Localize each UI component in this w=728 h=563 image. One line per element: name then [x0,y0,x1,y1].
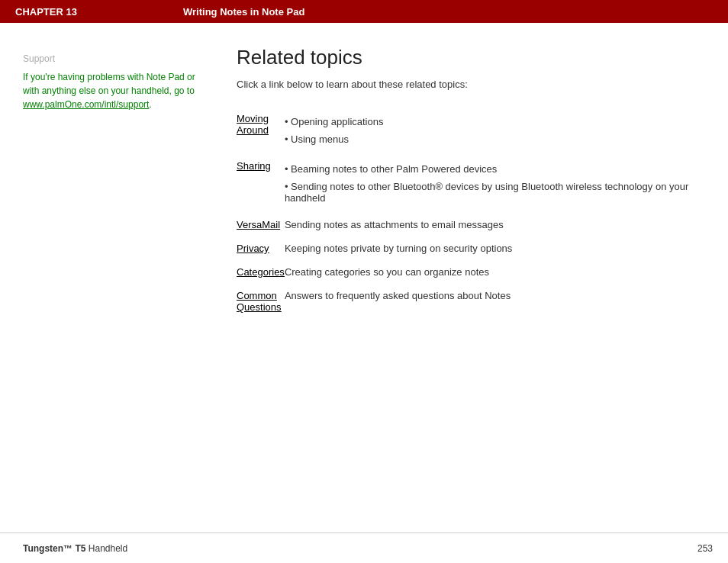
topic-link[interactable]: Sharing [237,156,285,211]
topics-table: MovingAroundOpening applicationsUsing me… [237,108,697,320]
list-item: Opening applications [285,113,697,130]
footer-brand: Tungsten™ T5 Handheld [23,543,127,554]
topic-link-text[interactable]: Sharing [237,160,285,172]
list-item: Beaming notes to other Palm Powered devi… [285,160,697,178]
chapter-label: CHAPTER 13 [15,6,183,18]
topic-description: Sending notes as attachments to email me… [285,214,697,235]
support-label: Support [23,53,206,64]
topic-text: Sending notes as attachments to email me… [285,219,504,230]
support-link-suffix: . [149,99,151,110]
topic-link-text[interactable]: VersaMail [237,219,285,230]
topic-link[interactable]: MovingAround [237,108,285,153]
topic-link-text[interactable]: Moving [237,113,285,124]
footer: Tungsten™ T5 Handheld 253 [0,532,728,563]
topic-text: Keeping notes private by turning on secu… [285,243,512,254]
table-row: CommonQuestionsAnswers to frequently ask… [237,285,697,317]
topic-description: Opening applicationsUsing menus [285,108,697,153]
topic-link-text[interactable]: Categories [237,266,285,278]
footer-page-number: 253 [697,543,713,554]
topic-text: Creating categories so you can organize … [285,266,489,278]
main-content: Support If you're having problems with N… [0,23,728,532]
support-text: If you're having problems with Note Pad … [23,70,206,111]
support-link[interactable]: www.palmOne.com/intl/support [23,99,149,110]
bullet-list: Beaming notes to other Palm Powered devi… [285,160,697,207]
brand-name: Tungsten™ T5 [23,543,85,554]
topic-link-text[interactable]: Common [237,290,285,301]
list-item: Using menus [285,130,697,148]
support-text-body: If you're having problems with Note Pad … [23,72,195,96]
topic-description: Creating categories so you can organize … [285,262,697,282]
brand-suffix: Handheld [89,543,127,554]
spacer-row [237,317,697,320]
topic-description: Keeping notes private by turning on secu… [285,238,697,259]
table-row: VersaMailSending notes as attachments to… [237,214,697,235]
content-area: Related topics Click a link below to lea… [221,38,728,532]
topic-link-text[interactable]: Privacy [237,243,285,254]
chapter-title: Writing Notes in Note Pad [183,6,304,18]
topic-link-text[interactable]: Around [237,124,285,136]
table-row: SharingBeaming notes to other Palm Power… [237,156,697,211]
topic-description: Beaming notes to other Palm Powered devi… [285,156,697,211]
topic-link[interactable]: VersaMail [237,214,285,235]
topic-description: Answers to frequently asked questions ab… [285,285,697,317]
topic-link[interactable]: CommonQuestions [237,285,285,317]
topic-link[interactable]: Privacy [237,238,285,259]
header-bar: CHAPTER 13 Writing Notes in Note Pad [0,0,728,23]
list-item: Sending notes to other Bluetooth® device… [285,178,697,207]
topic-text: Answers to frequently asked questions ab… [285,290,511,301]
table-row: CategoriesCreating categories so you can… [237,262,697,282]
table-row: PrivacyKeeping notes private by turning … [237,238,697,259]
table-row: MovingAroundOpening applicationsUsing me… [237,108,697,153]
intro-text: Click a link below to learn about these … [237,79,697,90]
sidebar: Support If you're having problems with N… [0,38,221,532]
page-title: Related topics [237,46,697,69]
topic-link-text[interactable]: Questions [237,301,285,313]
topic-link[interactable]: Categories [237,262,285,282]
bullet-list: Opening applicationsUsing menus [285,113,697,148]
